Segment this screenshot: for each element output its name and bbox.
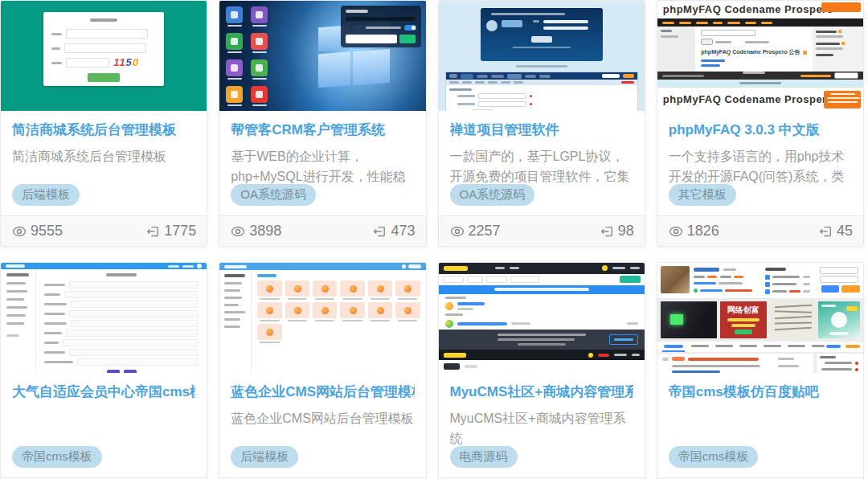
- template-title-link[interactable]: 帝国cms模板仿百度贴吧: [669, 383, 852, 401]
- category-tag[interactable]: OA系统源码: [450, 184, 535, 206]
- login-button: [531, 36, 552, 43]
- profile-photo: [661, 266, 690, 293]
- forum-list: [439, 294, 645, 330]
- template-title-link[interactable]: phpMyFAQ 3.0.3 中文版: [669, 121, 852, 139]
- card-body: 帝国cms模板仿百度贴吧 帝国cms模板: [657, 373, 863, 477]
- template-thumbnail[interactable]: [1, 263, 207, 373]
- template-thumbnail[interactable]: [439, 263, 645, 373]
- downloads-count: 45: [837, 223, 853, 240]
- downloads-stat: 1775: [145, 223, 196, 240]
- card-body: 禅道项目管理软件 一款国产的，基于LGPL协议，开源免费的项目管理软件，它集产 …: [439, 111, 645, 215]
- template-thumbnail[interactable]: [439, 1, 645, 111]
- template-title-link[interactable]: 简洁商城系统后台管理模板: [12, 121, 195, 139]
- template-thumbnail[interactable]: 1150: [1, 1, 207, 111]
- views-count: 2257: [469, 223, 501, 240]
- photo-banner: [661, 301, 717, 338]
- search-row: [439, 274, 645, 285]
- login-panel: [481, 8, 603, 61]
- template-card: 大气自适应会员中心帝国cms模板 帝国cms模板: [0, 262, 207, 479]
- template-description: 蓝色企业CMS网站后台管理模板: [231, 408, 414, 428]
- views-stat: 9555: [11, 223, 63, 240]
- template-card: MyuCMS社区+商城内容管理系统 MyuCMS社区+商城内容管理系统 电商源码: [438, 262, 645, 479]
- template-description: 一个支持多语言的，用php技术开发的开源FAQ(问答)系统，类似百: [669, 146, 852, 186]
- site-header-text: phpMyFAQ Codename Prospero: [657, 3, 833, 15]
- logo-circle: [486, 20, 497, 31]
- card-stats-bar: 2257 98: [439, 215, 645, 246]
- template-description: 简洁商城系统后台管理模板: [12, 146, 195, 166]
- category-tag[interactable]: 帝国cms模板: [12, 446, 102, 468]
- myucms-logo: [444, 353, 466, 358]
- image-grid: [257, 280, 420, 343]
- downloads-stat: 473: [371, 223, 415, 240]
- nav-bar: [657, 18, 863, 27]
- category-tag[interactable]: 帝国cms模板: [669, 446, 759, 468]
- downloads-count: 1775: [164, 223, 196, 240]
- sketch-banner: [770, 301, 817, 338]
- image-manager-panel: [252, 270, 425, 373]
- card-body: 简洁商城系统后台管理模板 简洁商城系统后台管理模板 后端模板: [1, 111, 207, 215]
- downloads-count: 98: [618, 223, 634, 240]
- views-stat: 3898: [230, 223, 281, 240]
- template-thumbnail[interactable]: [219, 1, 425, 111]
- template-card-grid: 1150 简洁商城系统后台管理模板 简洁商城系统后台管理模板 后端模板 9555…: [0, 0, 868, 479]
- eye-icon: [11, 223, 27, 240]
- views-count: 3898: [249, 223, 281, 240]
- main-content: phpMyFAQ Codename Prospero 公告: [695, 27, 812, 72]
- template-thumbnail[interactable]: 网络创富: [657, 263, 863, 373]
- right-sidebar: [813, 27, 863, 72]
- template-title-link[interactable]: 蓝色企业CMS网站后台管理模板: [231, 383, 414, 401]
- template-title-link[interactable]: 禅道项目管理软件: [450, 121, 633, 139]
- template-thumbnail[interactable]: phpMyFAQ Codename Prospero: [657, 1, 863, 111]
- template-title-link[interactable]: MyuCMS社区+商城内容管理系统: [450, 383, 633, 401]
- category-tag[interactable]: 后端模板: [231, 446, 298, 468]
- views-stat: 2257: [449, 223, 501, 240]
- login-button: [399, 35, 416, 43]
- desktop-icons: [226, 6, 268, 111]
- template-card: phpMyFAQ Codename Prospero: [657, 0, 864, 247]
- template-card: 1150 简洁商城系统后台管理模板 简洁商城系统后台管理模板 后端模板 9555…: [0, 0, 207, 247]
- template-card: 蓝色企业CMS网站后台管理模板 蓝色企业CMS网站后台管理模板 后端模板: [219, 262, 426, 479]
- login-widget: [341, 6, 421, 47]
- ad-banner: 网络创富: [720, 301, 767, 338]
- admin-top-bar: [219, 263, 425, 270]
- template-description: 一款国产的，基于LGPL协议，开源免费的项目管理软件，它集产: [450, 146, 633, 186]
- pull-icon: [371, 223, 387, 240]
- pull-icon: [599, 223, 615, 240]
- session-warning-box: [824, 91, 861, 108]
- card-body: phpMyFAQ 3.0.3 中文版 一个支持多语言的，用php技术开发的开源F…: [657, 111, 863, 215]
- template-title-link[interactable]: 大气自适应会员中心帝国cms模板: [12, 383, 195, 401]
- category-tag[interactable]: 后端模板: [12, 184, 80, 206]
- card-body: 蓝色企业CMS网站后台管理模板 蓝色企业CMS网站后台管理模板 后端模板: [219, 373, 425, 477]
- category-tag[interactable]: OA系统源码: [231, 184, 316, 206]
- views-stat: 1826: [668, 223, 719, 240]
- template-title-link[interactable]: 帮管客CRM客户管理系统: [231, 121, 414, 139]
- downloads-stat: 98: [599, 223, 634, 240]
- header-button: [821, 2, 861, 12]
- avatar: [445, 320, 453, 328]
- card-body: 大气自适应会员中心帝国cms模板 帝国cms模板: [1, 373, 207, 477]
- card-stats-bar: 3898 473: [219, 215, 425, 246]
- avatar: [445, 302, 453, 310]
- admin-top-bar: [1, 263, 207, 269]
- category-tag[interactable]: 其它模板: [669, 184, 736, 206]
- category-tag[interactable]: 电商源码: [450, 446, 518, 468]
- views-count: 9555: [31, 223, 63, 240]
- views-count: 1826: [687, 223, 719, 240]
- template-card: 禅道项目管理软件 一款国产的，基于LGPL协议，开源免费的项目管理软件，它集产 …: [438, 0, 645, 247]
- login-panel: 1150: [43, 12, 164, 86]
- site-navbar-2: [439, 350, 645, 360]
- login-button: [88, 73, 120, 82]
- admin-form: [36, 269, 207, 373]
- template-thumbnail[interactable]: [219, 263, 425, 373]
- pull-icon: [145, 223, 161, 240]
- admin-sidebar: [1, 269, 36, 373]
- card-body: 帮管客CRM客户管理系统 基于WEB的企业计算，php+MySQL进行开发，性能…: [219, 111, 425, 215]
- side-ad: [818, 301, 860, 338]
- publish-button: [620, 276, 641, 283]
- ad-banner-text: 网络创富: [727, 305, 760, 314]
- left-sidebar: [657, 27, 696, 72]
- eye-icon: [449, 223, 465, 240]
- search-button: [821, 285, 839, 293]
- captcha-code: 1150: [113, 59, 139, 67]
- pull-icon: [817, 223, 833, 240]
